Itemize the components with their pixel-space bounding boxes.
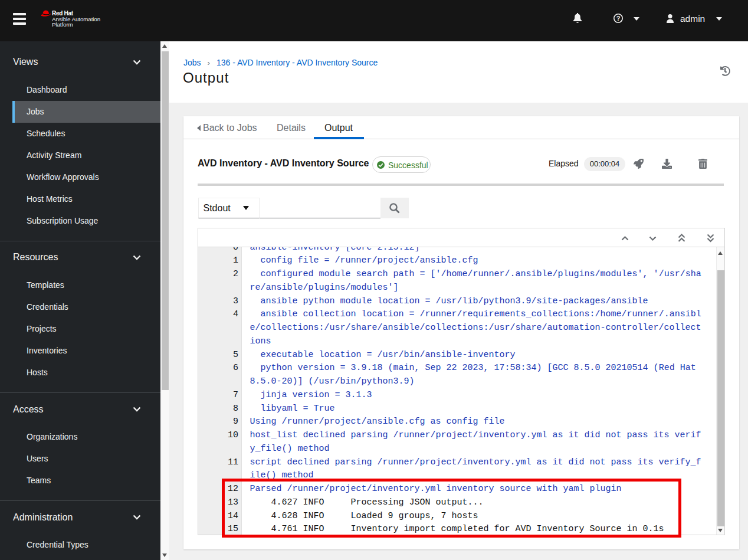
svg-text:?: ? xyxy=(616,15,621,22)
